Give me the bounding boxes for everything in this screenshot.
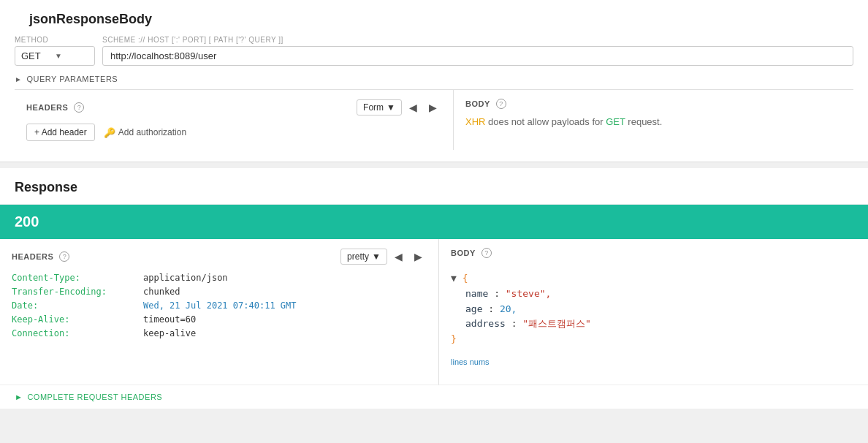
complete-request-label: COMPLETE REQUEST HEADERS [27, 393, 162, 401]
nav-left-arrow[interactable]: ◀ [405, 99, 422, 116]
json-address-line: address : "패스트캠퍼스" [451, 317, 856, 332]
header-key-date: Date: [12, 300, 129, 311]
header-row-connection: Connection: keep-alive [12, 328, 427, 338]
pretty-arrow: ▼ [372, 251, 381, 262]
request-panel: jsonResponseBody METHOD GET ▼ SCHEME ://… [0, 0, 868, 162]
response-body-header: BODY ? [451, 248, 856, 258]
method-label: METHOD [15, 36, 95, 44]
form-dropdown-arrow: ▼ [387, 102, 395, 113]
url-input[interactable] [102, 46, 853, 66]
response-nav-left[interactable]: ◀ [390, 248, 407, 265]
response-headers-body: HEADERS ? pretty ▼ ◀ ▶ Content-Type: app… [0, 239, 868, 385]
request-headers-label: HEADERS [26, 103, 68, 112]
key-icon: 🔑 [104, 127, 115, 138]
response-headers-list: Content-Type: application/json Transfer-… [12, 273, 427, 338]
header-row-transfer-encoding: Transfer-Encoding: chunked [12, 287, 427, 297]
pretty-label: pretty [347, 251, 369, 262]
query-params-label: QUERY PARAMETERS [26, 75, 118, 83]
request-body-section: BODY ? XHR does not allow payloads for G… [453, 90, 853, 150]
get-text: GET [606, 116, 625, 127]
url-field-group: SCHEME :// HOST [':' PORT] [ PATH ['?' Q… [102, 36, 853, 66]
response-header-controls: pretty ▼ ◀ ▶ [340, 248, 427, 265]
response-nav-right[interactable]: ▶ [410, 248, 427, 265]
complete-request-arrow: ► [15, 393, 23, 401]
json-address-colon: : [511, 318, 523, 329]
add-auth-link[interactable]: 🔑 Add authorization [104, 127, 186, 138]
header-key-transfer-encoding: Transfer-Encoding: [12, 287, 129, 297]
method-field-group: METHOD GET ▼ [15, 36, 95, 66]
query-params-row[interactable]: ► QUERY PARAMETERS [15, 72, 853, 89]
header-key-keep-alive: Keep-Alive: [12, 314, 129, 325]
response-body-section: BODY ? ▼ { name : "steve", age : 20, [438, 239, 868, 385]
response-body-label: BODY [451, 249, 476, 257]
json-name-val: "steve", [506, 288, 552, 299]
request-headers-header: HEADERS ? Form ▼ ◀ ▶ [26, 99, 441, 116]
json-age-val: 20, [500, 303, 517, 314]
request-body-header: BODY ? [465, 99, 842, 109]
xhr-message: XHR does not allow payloads for GET requ… [465, 116, 842, 127]
xhr-text: XHR [465, 116, 485, 127]
url-label: SCHEME :// HOST [':' PORT] [ PATH ['?' Q… [102, 36, 853, 44]
request-body-label: BODY [465, 99, 490, 108]
response-headers-info-icon[interactable]: ? [59, 251, 69, 262]
response-body-info-icon[interactable]: ? [481, 248, 492, 258]
json-name-key: name [465, 288, 488, 299]
header-val-connection: keep-alive [143, 328, 196, 338]
lines-nums[interactable]: lines nums [451, 353, 856, 366]
header-row-content-type: Content-Type: application/json [12, 273, 427, 283]
json-name-colon: : [494, 288, 506, 299]
pretty-dropdown[interactable]: pretty ▼ [340, 249, 387, 265]
header-val-date: Wed, 21 Jul 2021 07:40:11 GMT [143, 300, 297, 311]
header-val-transfer-encoding: chunked [143, 287, 180, 297]
form-dropdown[interactable]: Form ▼ [357, 99, 402, 116]
header-row-date: Date: Wed, 21 Jul 2021 07:40:11 GMT [12, 300, 427, 311]
method-select[interactable]: GET ▼ [15, 46, 95, 66]
response-headers-label: HEADERS [12, 252, 53, 261]
response-title: Response [0, 168, 868, 205]
headers-info-icon[interactable]: ? [74, 102, 84, 113]
json-close-brace-line: } [451, 332, 856, 347]
nav-right-arrow[interactable]: ▶ [425, 99, 441, 116]
json-address-val: "패스트캠퍼스" [522, 318, 591, 329]
response-headers-header: HEADERS ? pretty ▼ ◀ ▶ [12, 248, 427, 265]
header-key-content-type: Content-Type: [12, 273, 129, 283]
add-header-button[interactable]: + Add header [26, 124, 95, 141]
json-address-key: address [465, 318, 506, 329]
json-age-colon: : [488, 303, 500, 314]
add-header-label: + Add header [34, 127, 87, 137]
json-name-line: name : "steve", [451, 287, 856, 302]
method-value: GET [21, 50, 55, 61]
json-toggle-arrow[interactable]: ▼ [451, 273, 457, 284]
complete-request-row[interactable]: ► COMPLETE REQUEST HEADERS [0, 385, 868, 409]
page-title: jsonResponseBody [15, 0, 853, 27]
headers-actions: + Add header 🔑 Add authorization [26, 124, 441, 141]
status-code: 200 [15, 213, 39, 230]
json-age-line: age : 20, [451, 302, 856, 317]
json-open-brace: { [462, 273, 468, 284]
json-age-key: age [465, 303, 482, 314]
json-close-brace: } [451, 333, 457, 344]
form-label: Form [363, 102, 384, 113]
headers-controls: Form ▼ ◀ ▶ [357, 99, 441, 116]
header-key-connection: Connection: [12, 328, 129, 338]
headers-body-container: HEADERS ? Form ▼ ◀ ▶ + Add header 🔑 [15, 90, 853, 150]
header-val-keep-alive: timeout=60 [143, 314, 196, 325]
response-headers-section: HEADERS ? pretty ▼ ◀ ▶ Content-Type: app… [0, 239, 438, 385]
json-root-line: ▼ { [451, 271, 856, 287]
method-url-row: METHOD GET ▼ SCHEME :// HOST [':' PORT] … [15, 27, 853, 72]
status-bar: 200 [0, 205, 868, 239]
header-row-keep-alive: Keep-Alive: timeout=60 [12, 314, 427, 325]
header-val-content-type: application/json [143, 273, 228, 283]
method-dropdown-arrow: ▼ [55, 52, 88, 60]
json-viewer: ▼ { name : "steve", age : 20, address : [451, 265, 856, 353]
add-auth-label: Add authorization [118, 127, 186, 137]
response-panel: Response 200 HEADERS ? pretty ▼ ◀ ▶ [0, 168, 868, 409]
query-params-arrow: ► [15, 75, 22, 83]
request-headers-section: HEADERS ? Form ▼ ◀ ▶ + Add header 🔑 [15, 90, 453, 150]
body-info-icon[interactable]: ? [496, 99, 506, 109]
